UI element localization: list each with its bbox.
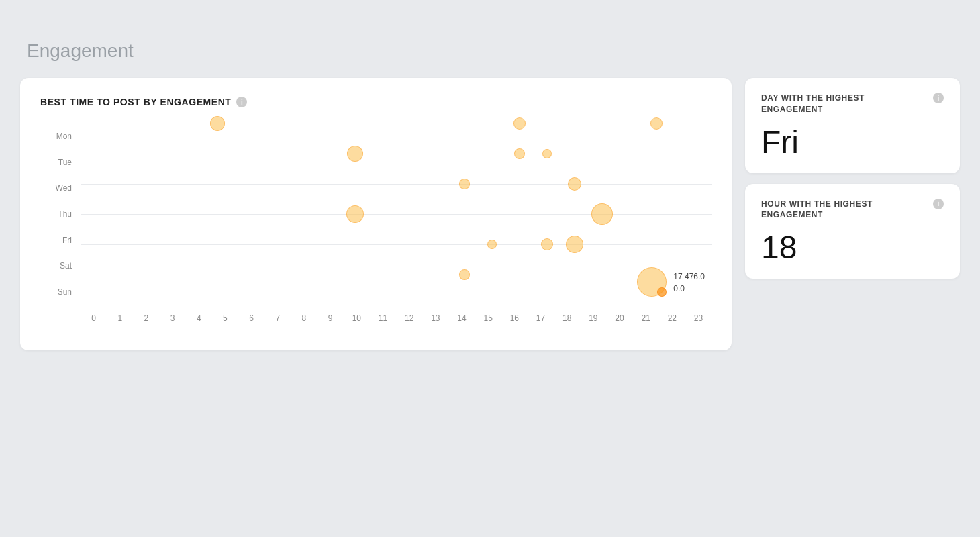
legend-bubble-container	[637, 267, 668, 298]
bubble-Tue-17[interactable]	[542, 149, 552, 158]
x-label-8: 8	[291, 313, 317, 323]
x-label-17: 17	[528, 313, 554, 323]
legend-labels: 17 476.0 0.0	[673, 272, 705, 293]
x-label-6: 6	[238, 313, 264, 323]
chart-title: BEST TIME TO POST BY ENGAGEMENT	[40, 97, 231, 107]
stat-card-day-info-icon[interactable]: i	[933, 93, 944, 103]
grid-line-4	[81, 244, 712, 245]
grid-line-2	[81, 184, 712, 185]
bubble-Mon-5[interactable]	[210, 116, 225, 131]
x-label-15: 15	[475, 313, 501, 323]
y-label-tue: Tue	[40, 158, 77, 167]
stat-card-hour-info-icon[interactable]: i	[933, 199, 944, 209]
bubble-Thu-19[interactable]	[591, 203, 613, 225]
x-label-2: 2	[133, 313, 159, 323]
x-label-3: 3	[160, 313, 186, 323]
y-label-fri: Fri	[40, 236, 77, 245]
content-row: BEST TIME TO POST BY ENGAGEMENT i Mon Tu…	[20, 78, 960, 350]
chart-info-icon[interactable]: i	[236, 97, 247, 107]
chart-area: Mon Tue Wed Thu Fri Sat Sun 012345678910…	[40, 124, 712, 332]
y-label-thu: Thu	[40, 209, 77, 219]
stat-card-hour-label: HOUR WITH THE HIGHEST ENGAGEMENT	[761, 199, 909, 222]
y-axis-labels: Mon Tue Wed Thu Fri Sat Sun	[40, 124, 77, 305]
legend-min-value: 0.0	[673, 284, 705, 293]
grid-line-5	[81, 275, 712, 275]
x-label-10: 10	[344, 313, 370, 323]
x-label-16: 16	[501, 313, 528, 323]
stat-card-hour: HOUR WITH THE HIGHEST ENGAGEMENT i 18	[745, 184, 960, 279]
right-cards: DAY WITH THE HIGHEST ENGAGEMENT i Fri HO…	[745, 78, 960, 279]
x-label-12: 12	[396, 313, 422, 323]
stat-card-hour-value: 18	[761, 232, 944, 264]
bubble-Fri-15[interactable]	[487, 240, 497, 249]
x-label-18: 18	[554, 313, 580, 323]
x-label-7: 7	[264, 313, 291, 323]
bubble-Fri-18[interactable]	[566, 236, 583, 253]
x-label-1: 1	[107, 313, 133, 323]
x-axis-labels: 01234567891011121314151617181920212223	[81, 305, 712, 332]
bubble-Mon-16[interactable]	[513, 117, 526, 130]
grid-line-1	[81, 154, 712, 154]
x-label-19: 19	[580, 313, 606, 323]
legend-max-value: 17 476.0	[673, 272, 705, 281]
x-label-23: 23	[685, 313, 712, 323]
page-title: Engagement	[20, 40, 960, 62]
x-label-13: 13	[422, 313, 448, 323]
bubble-Fri-17[interactable]	[541, 238, 553, 250]
page-background: Engagement BEST TIME TO POST BY ENGAGEME…	[0, 0, 980, 537]
x-label-22: 22	[659, 313, 685, 323]
bubble-Tue-10[interactable]	[347, 146, 363, 162]
stat-card-day: DAY WITH THE HIGHEST ENGAGEMENT i Fri	[745, 78, 960, 173]
chart-title-row: BEST TIME TO POST BY ENGAGEMENT i	[40, 97, 712, 107]
bubble-Tue-16[interactable]	[514, 148, 525, 159]
chart-card: BEST TIME TO POST BY ENGAGEMENT i Mon Tu…	[20, 78, 732, 350]
x-label-4: 4	[186, 313, 212, 323]
legend-small-bubble	[657, 287, 667, 297]
chart-legend: 17 476.0 0.0	[637, 267, 705, 298]
stat-card-day-header: DAY WITH THE HIGHEST ENGAGEMENT i	[761, 93, 944, 115]
x-label-11: 11	[370, 313, 396, 323]
y-label-sat: Sat	[40, 261, 77, 271]
stat-card-day-label: DAY WITH THE HIGHEST ENGAGEMENT	[761, 93, 909, 115]
y-label-wed: Wed	[40, 183, 77, 193]
x-label-9: 9	[317, 313, 344, 323]
x-label-21: 21	[633, 313, 659, 323]
bubble-Wed-18[interactable]	[568, 177, 581, 191]
x-label-14: 14	[448, 313, 475, 323]
x-label-20: 20	[606, 313, 632, 323]
x-label-0: 0	[81, 313, 107, 323]
bubble-Thu-10[interactable]	[346, 205, 364, 223]
bubble-Sat-14[interactable]	[459, 269, 470, 280]
stat-card-day-value: Fri	[761, 126, 944, 158]
grid-line-3	[81, 214, 712, 215]
stat-card-hour-header: HOUR WITH THE HIGHEST ENGAGEMENT i	[761, 199, 944, 222]
x-label-5: 5	[212, 313, 238, 323]
chart-inner	[81, 124, 712, 305]
grid-line-0	[81, 124, 712, 124]
bubble-Wed-14[interactable]	[459, 179, 470, 189]
bubble-Mon-21[interactable]	[650, 117, 663, 130]
y-label-mon: Mon	[40, 132, 77, 141]
y-label-sun: Sun	[40, 287, 77, 297]
